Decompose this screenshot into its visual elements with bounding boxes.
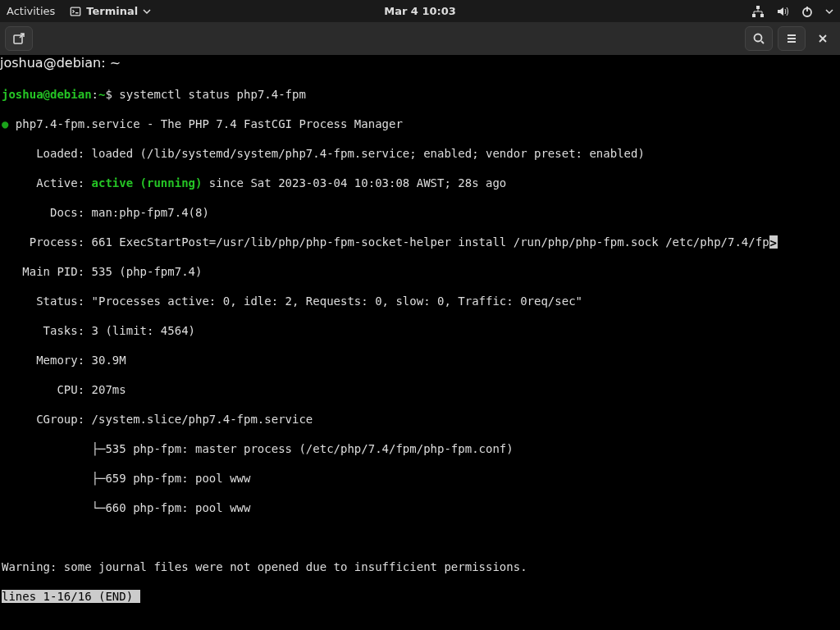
svg-rect-3 bbox=[760, 14, 764, 17]
search-icon bbox=[752, 32, 765, 45]
window-titlebar bbox=[0, 22, 840, 55]
svg-rect-1 bbox=[756, 6, 760, 9]
output-line: Docs: man:php-fpm7.4(8) bbox=[2, 205, 838, 220]
pager-status: lines 1-16/16 (END) bbox=[2, 589, 838, 604]
active-state: active (running) bbox=[92, 176, 203, 189]
svg-rect-2 bbox=[752, 14, 756, 17]
output-line: └─660 php-fpm: pool www bbox=[2, 500, 838, 515]
command-text: systemctl status php7.4-fpm bbox=[119, 88, 306, 101]
prompt-userhost: joshua@debian bbox=[2, 88, 92, 101]
app-menu-label: Terminal bbox=[86, 5, 138, 17]
power-icon[interactable] bbox=[801, 5, 814, 18]
search-button[interactable] bbox=[745, 26, 773, 51]
output-line: ├─535 php-fpm: master process (/etc/php/… bbox=[2, 441, 838, 456]
hamburger-icon bbox=[785, 32, 798, 45]
chevron-down-icon[interactable] bbox=[825, 7, 833, 16]
cursor bbox=[133, 590, 140, 603]
output-line: Status: "Processes active: 0, idle: 2, R… bbox=[2, 294, 838, 308]
close-button[interactable] bbox=[810, 26, 835, 51]
output-line: ● php7.4-fpm.service - The PHP 7.4 FastC… bbox=[2, 116, 838, 131]
output-line: CPU: 207ms bbox=[2, 382, 838, 397]
terminal-viewport[interactable]: joshua@debian:~$ systemctl status php7.4… bbox=[0, 71, 840, 620]
activities-button[interactable]: Activities bbox=[7, 5, 55, 17]
svg-rect-0 bbox=[71, 7, 80, 16]
window-title: joshua@debian: ~ bbox=[0, 55, 840, 71]
output-line: Warning: some journal files were not ope… bbox=[2, 559, 838, 574]
output-line bbox=[2, 530, 838, 545]
output-line: ├─659 php-fpm: pool www bbox=[2, 471, 838, 486]
new-tab-button[interactable] bbox=[5, 26, 33, 51]
output-line: Loaded: loaded (/lib/systemd/system/php7… bbox=[2, 146, 838, 161]
line-overflow-indicator: > bbox=[769, 235, 778, 249]
svg-point-6 bbox=[755, 34, 762, 42]
app-menu[interactable]: Terminal bbox=[70, 5, 151, 17]
close-icon bbox=[817, 33, 829, 44]
chevron-down-icon bbox=[143, 7, 151, 16]
clock[interactable]: Mar 4 10:03 bbox=[384, 5, 456, 17]
volume-icon[interactable] bbox=[776, 5, 789, 18]
output-line: Main PID: 535 (php-fpm7.4) bbox=[2, 264, 838, 279]
terminal-icon bbox=[70, 6, 81, 17]
new-tab-icon bbox=[12, 32, 25, 45]
output-line: Tasks: 3 (limit: 4564) bbox=[2, 323, 838, 338]
prompt-line: joshua@debian:~$ systemctl status php7.4… bbox=[2, 87, 838, 102]
network-icon[interactable] bbox=[751, 5, 765, 18]
output-line: Active: active (running) since Sat 2023-… bbox=[2, 176, 838, 190]
hamburger-button[interactable] bbox=[778, 26, 806, 51]
gnome-topbar: Activities Terminal Mar 4 10:03 bbox=[0, 0, 840, 22]
output-line: Memory: 30.9M bbox=[2, 353, 838, 368]
output-line: CGroup: /system.slice/php7.4-fpm.service bbox=[2, 412, 838, 427]
output-line: Process: 661 ExecStartPost=/usr/lib/php/… bbox=[2, 235, 838, 249]
